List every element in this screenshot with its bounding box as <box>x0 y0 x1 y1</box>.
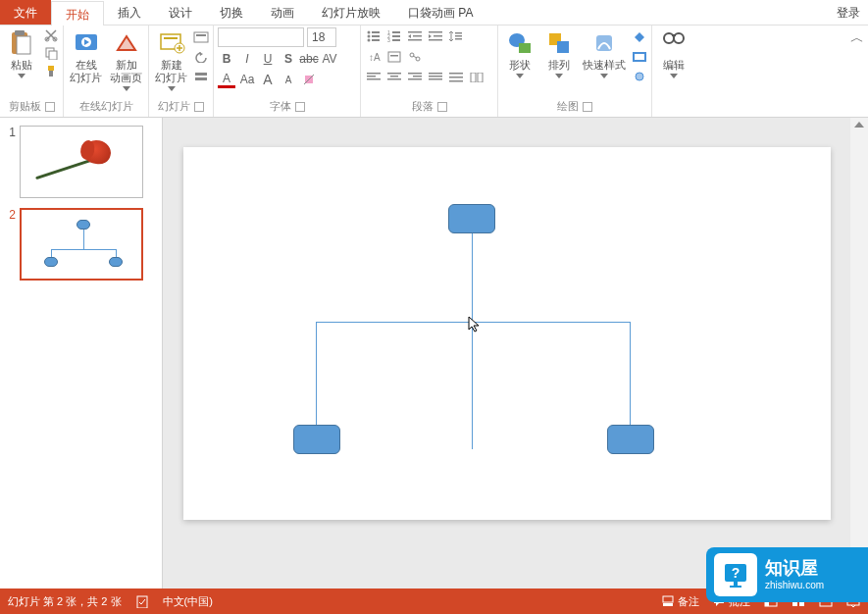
distribute-button[interactable] <box>447 69 465 86</box>
svg-rect-63 <box>449 73 463 75</box>
tab-animation[interactable]: 动画 <box>257 0 308 25</box>
font-name-input[interactable] <box>218 27 304 47</box>
font-size-input[interactable]: 18 <box>307 27 336 47</box>
tab-home[interactable]: 开始 <box>51 1 104 26</box>
svg-rect-67 <box>478 73 483 82</box>
shapes-label: 形状 <box>509 59 531 72</box>
font-dialog-launcher[interactable] <box>295 102 305 112</box>
scroll-up-button[interactable] <box>854 122 864 128</box>
drawing-dialog-launcher[interactable] <box>583 102 592 112</box>
svg-rect-71 <box>557 41 569 53</box>
reset-icon[interactable] <box>193 49 209 65</box>
org-node-left[interactable] <box>293 425 340 454</box>
online-slides-button[interactable]: 在线 幻灯片 <box>68 27 104 86</box>
increase-indent-button[interactable] <box>427 27 444 45</box>
slide-counter[interactable]: 幻灯片 第 2 张，共 2 张 <box>8 594 122 609</box>
new-slide-label: 新建 幻灯片 <box>155 59 187 84</box>
tab-file[interactable]: 文件 <box>0 0 51 25</box>
layout-icon[interactable] <box>193 29 209 45</box>
align-center-button[interactable] <box>385 69 403 86</box>
shapes-dropdown-icon <box>516 74 524 79</box>
paste-button[interactable]: 粘贴 <box>4 27 39 81</box>
slide-thumbnail-1[interactable] <box>20 126 143 198</box>
shadow-button[interactable]: S <box>280 50 297 68</box>
italic-button[interactable]: I <box>238 50 256 68</box>
logo-url: zhishiwu.com <box>765 580 824 591</box>
vertical-scrollbar[interactable] <box>850 118 868 588</box>
svg-rect-35 <box>408 31 422 33</box>
add-anim-page-button[interactable]: 新加 动画页 <box>108 27 144 94</box>
svg-rect-34 <box>392 39 400 41</box>
paste-dropdown-icon <box>18 74 26 79</box>
shape-outline-icon[interactable] <box>632 49 647 65</box>
spellcheck-button[interactable] <box>135 594 149 608</box>
arrange-dropdown-icon <box>555 74 563 79</box>
slide-canvas[interactable] <box>183 147 831 520</box>
numbering-button[interactable]: 123 <box>385 27 403 45</box>
strike-button[interactable]: abc <box>300 50 318 68</box>
columns-button[interactable] <box>468 69 485 86</box>
tab-slideshow[interactable]: 幻灯片放映 <box>308 0 394 25</box>
slide-thumbnail-2[interactable] <box>20 208 143 281</box>
change-case-button[interactable]: Aa <box>238 71 256 88</box>
font-color-button[interactable]: A <box>218 71 235 88</box>
org-node-right[interactable] <box>607 425 654 454</box>
slides-group-label: 幻灯片 <box>158 99 190 114</box>
smartart-button[interactable] <box>406 48 424 66</box>
align-right-button[interactable] <box>406 69 424 86</box>
find-icon <box>660 29 688 57</box>
slides-dialog-launcher[interactable] <box>194 102 204 112</box>
svg-rect-52 <box>367 76 376 77</box>
tab-transition[interactable]: 切换 <box>206 0 257 25</box>
line-spacing-button[interactable] <box>447 27 465 45</box>
language-indicator[interactable]: 中文(中国) <box>163 594 213 609</box>
add-anim-icon <box>113 29 140 57</box>
justify-button[interactable] <box>427 69 444 86</box>
align-left-button[interactable] <box>365 69 383 86</box>
tab-pocket-anim[interactable]: 口袋动画 PA <box>394 0 486 25</box>
align-text-button[interactable] <box>385 48 403 66</box>
org-node-top[interactable] <box>448 204 495 233</box>
shape-fill-icon[interactable] <box>632 29 647 45</box>
quick-styles-button[interactable]: 快速样式 <box>581 27 628 81</box>
slide-canvas-area[interactable] <box>163 118 850 588</box>
notes-button[interactable]: 备注 <box>662 594 699 609</box>
bold-button[interactable]: B <box>218 50 235 68</box>
paragraph-dialog-launcher[interactable] <box>437 102 447 112</box>
shapes-button[interactable]: 形状 <box>502 27 537 81</box>
svg-rect-61 <box>429 76 442 77</box>
online-slides-icon <box>73 29 100 57</box>
quick-styles-dropdown-icon <box>600 74 608 79</box>
clipboard-dialog-launcher[interactable] <box>45 102 55 112</box>
svg-rect-37 <box>408 39 422 41</box>
clear-format-button[interactable] <box>300 71 318 88</box>
svg-rect-20 <box>195 73 207 76</box>
tab-insert[interactable]: 插入 <box>104 0 155 25</box>
format-painter-icon[interactable] <box>43 63 59 78</box>
cut-icon[interactable] <box>43 27 59 43</box>
arrange-button[interactable]: 排列 <box>541 27 577 81</box>
editing-dropdown-icon <box>670 74 678 79</box>
decrease-indent-button[interactable] <box>406 27 424 45</box>
new-slide-button[interactable]: 新建 幻灯片 <box>153 27 189 94</box>
font-shrink-button[interactable]: A <box>280 71 297 88</box>
text-direction-button[interactable]: ↕A <box>365 48 383 66</box>
collapse-ribbon-button[interactable]: ︿ <box>846 26 868 117</box>
svg-point-23 <box>368 31 371 34</box>
bullets-button[interactable] <box>365 27 383 45</box>
char-spacing-button[interactable]: AV <box>321 50 338 68</box>
connector <box>316 322 317 428</box>
font-grow-button[interactable]: A <box>259 71 277 88</box>
copy-icon[interactable] <box>43 45 59 61</box>
login-link[interactable]: 登录 <box>829 0 868 25</box>
editing-button[interactable]: 编辑 <box>656 27 691 81</box>
svg-rect-24 <box>372 31 380 33</box>
svg-rect-39 <box>429 31 442 33</box>
svg-rect-40 <box>434 35 442 37</box>
tab-design[interactable]: 设计 <box>155 0 206 25</box>
underline-button[interactable]: U <box>259 50 277 68</box>
shape-effects-icon[interactable] <box>632 69 647 84</box>
svg-rect-59 <box>408 78 422 80</box>
section-icon[interactable] <box>193 69 209 84</box>
svg-rect-93 <box>730 586 741 588</box>
